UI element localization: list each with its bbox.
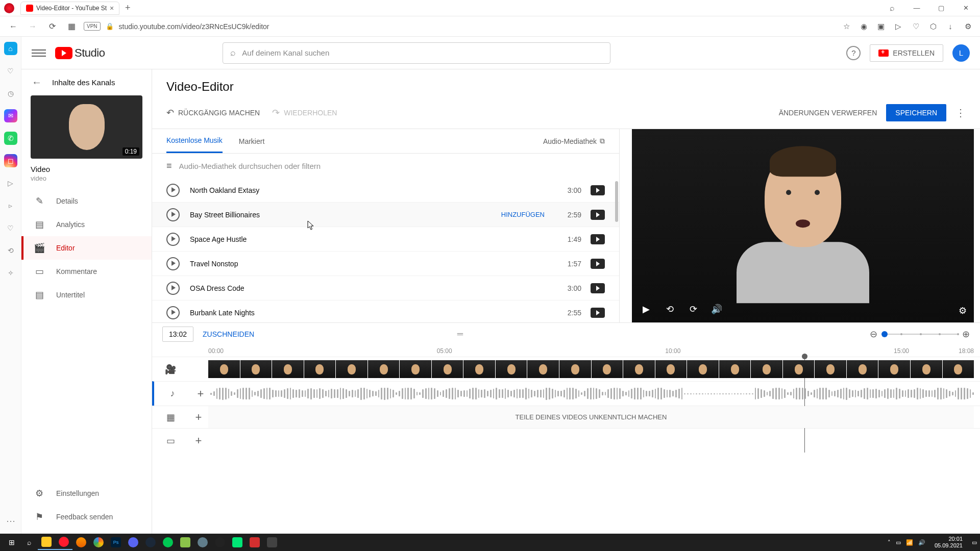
taskbar-clock[interactable]: 20:01 05.09.2021 <box>930 536 967 549</box>
scrollbar-thumb[interactable] <box>615 181 618 222</box>
tray-battery-icon[interactable]: ▭ <box>896 539 901 546</box>
minimize-button[interactable]: — <box>906 1 927 15</box>
trim-button[interactable]: ZUSCHNEIDEN <box>203 330 254 338</box>
create-button[interactable]: ERSTELLEN <box>870 44 943 62</box>
firefox-icon[interactable] <box>72 535 90 550</box>
nav-analytics[interactable]: ▤ Analytics <box>21 213 152 236</box>
nav-settings[interactable]: ⚙ Einstellungen <box>21 482 152 505</box>
zoom-in-icon[interactable]: ⊕ <box>962 329 970 340</box>
youtube-badge-icon[interactable] <box>591 308 605 318</box>
add-audio-button[interactable]: + <box>191 387 210 400</box>
obs-icon[interactable] <box>211 535 229 550</box>
audio-track[interactable] <box>210 382 974 406</box>
app-icon[interactable] <box>263 535 281 550</box>
play-button[interactable]: ▶ <box>639 302 653 316</box>
track-row[interactable]: Travel Nonstop 1:57 <box>152 252 619 276</box>
photoshop-icon[interactable]: Ps <box>107 535 125 550</box>
play-track-icon[interactable] <box>166 282 180 295</box>
nav-editor[interactable]: 🎬 Editor <box>21 236 152 260</box>
audio-library-link[interactable]: Audio-Mediathek ⧉ <box>543 137 605 145</box>
undo-button[interactable]: ↶ RÜCKGÄNGIG MACHEN <box>166 107 260 118</box>
youtube-badge-icon[interactable] <box>591 185 605 195</box>
resize-handle-icon[interactable]: ═ <box>457 330 464 339</box>
youtube-badge-icon[interactable] <box>591 210 605 220</box>
nav-feedback[interactable]: ⚑ Feedback senden <box>21 505 152 529</box>
app-icon[interactable] <box>229 535 246 550</box>
browser-tab[interactable]: Video-Editor - YouTube St × <box>20 2 119 15</box>
filter-icon[interactable]: ≡ <box>166 161 172 171</box>
start-button[interactable]: ⊞ <box>3 535 20 550</box>
rewind-button[interactable]: ⟲ <box>663 302 677 316</box>
forward-button[interactable]: ⟳ <box>686 302 700 316</box>
zoom-slider[interactable] <box>881 334 958 335</box>
menu-button[interactable] <box>32 46 46 60</box>
app-icon[interactable] <box>177 535 194 550</box>
opera-logo-icon[interactable] <box>4 3 14 13</box>
volume-button[interactable]: 🔊 <box>709 302 724 316</box>
studio-logo[interactable]: Studio <box>55 46 105 60</box>
heart-icon[interactable]: ♡ <box>910 20 922 33</box>
tray-volume-icon[interactable]: 🔊 <box>918 539 925 546</box>
search-input[interactable] <box>242 48 603 57</box>
timecode-input[interactable]: 13:02 <box>162 327 193 342</box>
blur-prompt[interactable]: TEILE DEINES VIDEOS UNKENNTLICH MACHEN <box>208 406 974 428</box>
play-track-icon[interactable] <box>166 208 180 221</box>
video-clip[interactable] <box>208 360 974 378</box>
track-row[interactable]: Space Age Hustle 1:49 <box>152 227 619 252</box>
save-button[interactable]: SPEICHERN <box>886 104 946 121</box>
vpn-badge[interactable]: VPN <box>84 22 101 31</box>
play-track-icon[interactable] <box>166 233 180 246</box>
timeline-ruler[interactable]: 00:00 05:00 10:00 15:00 18:08 <box>152 345 980 357</box>
new-tab-button[interactable]: + <box>121 2 134 14</box>
player-icon[interactable]: ▷ <box>4 177 17 190</box>
file-explorer-icon[interactable] <box>38 535 55 550</box>
tray-chevron-icon[interactable]: ˄ <box>888 539 891 546</box>
history-clock-icon[interactable]: ◷ <box>4 87 17 100</box>
send-icon[interactable]: ▷ <box>892 20 904 33</box>
nav-subtitles[interactable]: ▤ Untertitel <box>21 283 152 307</box>
add-endscreen-button[interactable]: + <box>189 434 208 447</box>
speed-dial-icon[interactable]: ▦ <box>64 19 79 34</box>
track-row[interactable]: Bay Street Billionaires HINZUFÜGEN 2:59 <box>152 203 619 227</box>
track-row[interactable]: OSA Dress Code 3:00 <box>152 276 619 300</box>
close-tab-icon[interactable]: × <box>110 4 114 12</box>
chrome-icon[interactable] <box>90 535 107 550</box>
reload-button[interactable]: ⟳ <box>45 19 59 34</box>
heart-sidebar-icon[interactable]: ♡ <box>4 221 17 235</box>
channel-search[interactable]: ⌕ <box>223 42 610 64</box>
nav-forward-button[interactable]: → <box>26 19 40 34</box>
pinboards-icon[interactable]: ✧ <box>4 266 17 280</box>
app-icon[interactable] <box>194 535 211 550</box>
download-icon[interactable]: ↓ <box>944 20 957 33</box>
url-text[interactable]: studio.youtube.com/video/z3RNcEsUC9k/edi… <box>119 22 270 31</box>
video-thumbnail[interactable]: 0:19 <box>31 95 142 159</box>
more-menu-button[interactable]: ⋮ <box>955 107 966 119</box>
close-window-button[interactable]: ✕ <box>955 1 976 15</box>
tray-wifi-icon[interactable]: 📶 <box>906 539 913 546</box>
play-track-icon[interactable] <box>166 257 180 270</box>
nav-back-button[interactable]: ← <box>6 19 20 34</box>
tab-starred[interactable]: Markiert <box>239 130 265 153</box>
zoom-out-icon[interactable]: ⊖ <box>870 329 877 340</box>
back-to-channel[interactable]: ← Inhalte des Kanals <box>21 69 152 95</box>
audio-waveform[interactable] <box>210 389 974 398</box>
zoom-slider-thumb[interactable] <box>881 331 888 337</box>
nav-details[interactable]: ✎ Details <box>21 189 152 213</box>
messenger-icon[interactable]: ✉ <box>4 109 17 122</box>
play-track-icon[interactable] <box>166 184 180 197</box>
steam-icon[interactable] <box>142 535 159 550</box>
whatsapp-icon[interactable]: ✆ <box>4 132 17 145</box>
help-button[interactable]: ? <box>846 46 861 60</box>
youtube-badge-icon[interactable] <box>591 259 605 269</box>
browser-search-icon[interactable]: ⌕ <box>882 1 902 15</box>
pip-icon[interactable]: ▣ <box>875 20 887 33</box>
video-preview[interactable]: ▶ ⟲ ⟳ 🔊 ⚙ <box>632 129 974 322</box>
youtube-badge-icon[interactable] <box>591 234 605 244</box>
bookmarks-icon[interactable]: ♡ <box>4 64 17 78</box>
opera-taskbar-icon[interactable] <box>55 535 72 550</box>
video-track[interactable] <box>208 357 974 381</box>
app-icon[interactable] <box>159 535 177 550</box>
flow-icon[interactable]: ▹ <box>4 199 17 212</box>
cube-icon[interactable]: ⬡ <box>927 20 939 33</box>
discord-icon[interactable] <box>125 535 142 550</box>
